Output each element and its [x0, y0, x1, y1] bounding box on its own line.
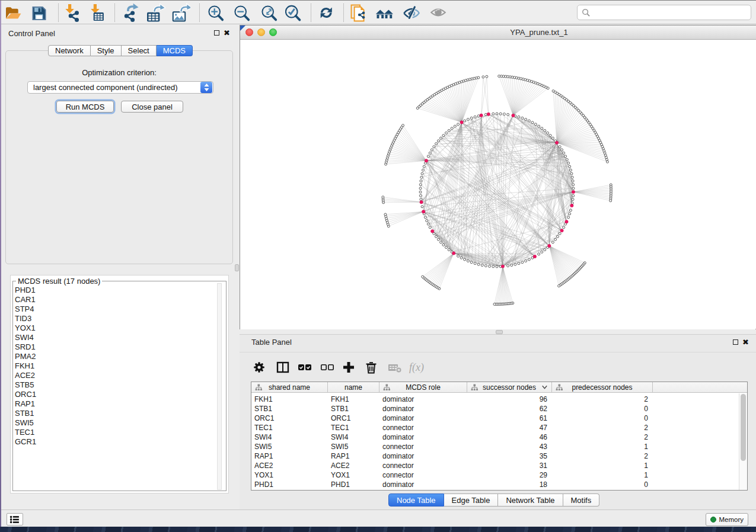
cell-predecessor_nodes: 1 [552, 443, 653, 451]
mcds-result-item[interactable]: RAP1 [14, 399, 216, 409]
task-history-button[interactable] [7, 513, 23, 525]
cell-name: TEC1 [328, 424, 379, 432]
export-network-icon[interactable] [121, 2, 141, 23]
search-box[interactable] [577, 5, 751, 20]
window-minimize-button[interactable] [257, 28, 265, 36]
optimization-criterion-select[interactable]: largest connected component (undirected) [27, 81, 213, 94]
deselect-all-icon[interactable] [319, 360, 334, 375]
export-image-icon[interactable] [170, 2, 190, 23]
cell-mcds_role: connector [379, 424, 467, 432]
mcds-result-item[interactable]: SWI4 [14, 333, 216, 342]
mcds-result-item[interactable]: STP4 [14, 305, 216, 314]
column-header-name[interactable]: name [328, 382, 379, 393]
table-row[interactable]: FKH1FKH1dominator962 [251, 395, 747, 404]
control-tab-style[interactable]: Style [91, 45, 122, 56]
mcds-result-item[interactable]: GCR1 [14, 437, 216, 447]
table-row[interactable]: SWI4SWI4dominator462 [251, 432, 747, 442]
mcds-result-item[interactable]: CAR1 [14, 295, 216, 305]
show-selected-icon[interactable] [430, 4, 451, 24]
mcds-result-item[interactable]: YOX1 [14, 323, 216, 333]
open-file-icon[interactable] [5, 5, 25, 25]
table-panel-float-button[interactable] [733, 339, 738, 345]
network-graph-canvas[interactable] [240, 40, 755, 329]
table-tab-node-table[interactable]: Node Table [388, 493, 444, 507]
control-tab-select[interactable]: Select [122, 45, 157, 56]
mcds-result-item[interactable]: TID3 [14, 314, 216, 323]
toolbar-separator [58, 4, 59, 22]
shared-column-icon [383, 384, 390, 390]
export-table-icon[interactable] [145, 3, 165, 23]
memory-button-label: Memory [719, 516, 744, 523]
window-zoom-button[interactable] [269, 28, 277, 36]
sort-descending-icon [542, 385, 547, 389]
memory-button[interactable]: Memory [706, 513, 748, 526]
control-panel-close-button[interactable]: ✖ [224, 30, 230, 36]
column-header-predecessor-nodes[interactable]: predecessor nodes [552, 382, 653, 393]
hide-selected-icon[interactable] [403, 4, 423, 24]
mcds-result-item[interactable]: ACE2 [14, 371, 216, 380]
table-row[interactable]: SWI5SWI5connector431 [251, 442, 747, 451]
show-all-networks-icon[interactable] [375, 2, 395, 23]
cell-successor_nodes: 46 [467, 433, 552, 441]
table-row[interactable]: RAP1RAP1dominator352 [251, 451, 747, 461]
close-panel-button[interactable]: Close panel [121, 101, 183, 113]
vertical-split-handle[interactable] [235, 264, 239, 271]
cell-predecessor_nodes: 1 [552, 462, 653, 470]
mcds-result-scrollbar[interactable] [217, 283, 222, 490]
mcds-result-item[interactable]: FKH1 [14, 361, 216, 371]
delete-column-icon[interactable] [363, 360, 379, 375]
zoom-selected-icon[interactable] [285, 5, 305, 25]
control-panel-title: Control Panel [8, 29, 55, 38]
apply-layout-icon[interactable] [320, 7, 340, 27]
column-layout-icon[interactable] [275, 360, 291, 375]
zoom-fit-icon[interactable] [261, 5, 282, 25]
mcds-result-item[interactable]: SRD1 [14, 342, 216, 352]
node-table-scrollbar-thumb[interactable] [741, 394, 746, 461]
import-network-database-icon[interactable] [350, 4, 371, 24]
column-header-MCDS-role[interactable]: MCDS role [379, 382, 467, 393]
column-label: predecessor nodes [572, 383, 632, 392]
mcds-result-item[interactable]: ORC1 [14, 390, 216, 399]
table-row[interactable]: ORC1ORC1dominator610 [251, 414, 747, 423]
add-column-icon[interactable] [341, 360, 356, 375]
delete-table-icon [387, 360, 403, 375]
mcds-result-item[interactable]: STB1 [14, 409, 216, 418]
mcds-result-list[interactable]: PHD1CAR1STP4TID3YOX1SWI4SRD1PMA2FKH1ACE2… [14, 286, 216, 492]
table-row[interactable]: STB1STB1dominator620 [251, 404, 747, 414]
column-label: MCDS role [406, 383, 441, 392]
table-tab-motifs[interactable]: Motifs [563, 493, 600, 507]
select-all-check-icon[interactable] [296, 360, 312, 375]
table-row[interactable]: TEC1TEC1connector472 [251, 423, 747, 432]
column-header-shared-name[interactable]: shared name [251, 382, 328, 393]
node-table-scrollbar[interactable] [739, 393, 747, 490]
table-tab-network-table[interactable]: Network Table [498, 493, 563, 507]
zoom-out-icon[interactable] [234, 5, 254, 25]
mcds-result-item[interactable]: PMA2 [14, 352, 216, 361]
cell-shared_name: SWI4 [251, 433, 328, 441]
network-window-titlebar[interactable]: YPA_prune.txt_1 [240, 25, 756, 40]
control-panel-float-button[interactable] [214, 30, 219, 36]
table-row[interactable]: YOX1YOX1connector291 [251, 470, 747, 480]
table-row[interactable]: ACE2ACE2connector311 [251, 461, 747, 470]
control-tab-mcds[interactable]: MCDS [157, 45, 193, 56]
column-header-successor-nodes[interactable]: successor nodes [467, 382, 552, 393]
import-network-icon[interactable] [63, 4, 84, 24]
search-input[interactable] [591, 7, 751, 18]
table-panel-close-button[interactable]: ✖ [742, 339, 749, 345]
cell-predecessor_nodes: 2 [552, 433, 653, 441]
table-options-icon[interactable] [251, 360, 267, 375]
horizontal-split-handle[interactable] [496, 330, 503, 334]
run-mcds-button[interactable]: Run MCDS [56, 101, 114, 113]
mcds-result-item[interactable]: PHD1 [14, 286, 216, 295]
mcds-result-item[interactable]: STB5 [14, 380, 216, 390]
control-tab-network[interactable]: Network [48, 45, 91, 56]
zoom-in-icon[interactable] [208, 5, 228, 25]
save-session-icon[interactable] [32, 6, 52, 26]
mcds-result-item[interactable]: SWI5 [14, 418, 216, 428]
mcds-result-item[interactable]: TEC1 [14, 428, 216, 437]
table-tab-edge-table[interactable]: Edge Table [444, 493, 499, 507]
table-row[interactable]: PHD1PHD1dominator180 [251, 480, 747, 489]
window-close-button[interactable] [245, 28, 253, 36]
import-table-icon[interactable] [89, 4, 109, 24]
main-toolbar [1, 1, 756, 24]
